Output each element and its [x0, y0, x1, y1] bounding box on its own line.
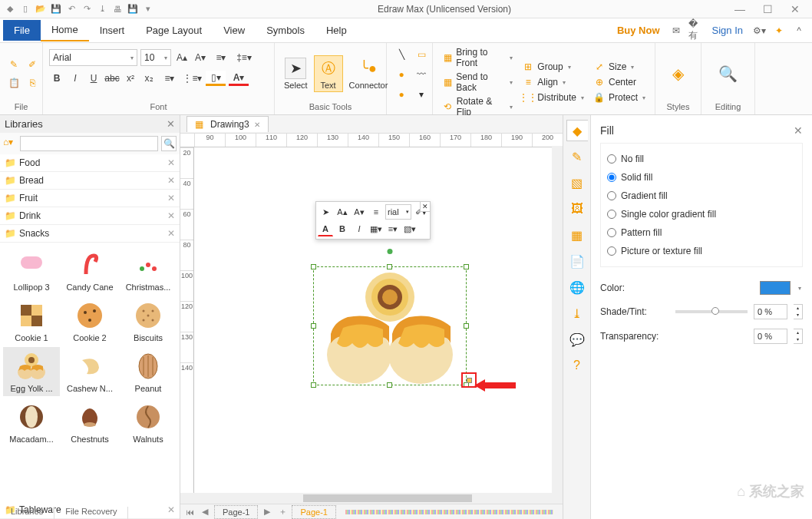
oval-shape-icon[interactable]: ●	[393, 86, 410, 103]
line-shape-icon[interactable]: ╲	[393, 46, 410, 63]
cat-drink[interactable]: 📁Drink✕	[0, 207, 180, 225]
canvas-page[interactable]: ✕ ➤ A▴ A▾ ≡ rial▾ ✐▾ A B I ▦▾ ≡▾	[194, 147, 552, 493]
buy-now-link[interactable]: Buy Now	[611, 25, 666, 36]
shade-value[interactable]: 0 %	[754, 304, 787, 319]
page-tab-1b[interactable]: Page-1	[292, 505, 335, 519]
cat-food[interactable]: 📁Food✕	[0, 154, 180, 172]
fill-close-icon[interactable]: ✕	[794, 124, 803, 137]
opt-picture-fill[interactable]: Picture or texture fill	[607, 242, 796, 260]
decrease-size-icon[interactable]: A▾	[193, 50, 208, 65]
numbering-icon[interactable]: ⋮≡▾	[183, 71, 203, 86]
styles-icon[interactable]: ◈	[672, 64, 684, 83]
export-icon[interactable]: ⤓	[95, 2, 109, 16]
qat-more-icon[interactable]: ▾	[141, 2, 155, 16]
bring-to-front[interactable]: ▦Bring to Front▾	[439, 46, 516, 69]
tab-line-icon[interactable]: ✎	[566, 146, 588, 167]
tab-web-icon[interactable]: 🌐	[566, 276, 588, 298]
distribute-btn[interactable]: ⋮⋮Distribute▾	[519, 91, 587, 104]
trans-spinner[interactable]: ▴▾	[794, 329, 803, 344]
handle-sw[interactable]	[311, 382, 316, 388]
tab-export-icon[interactable]: ⤓	[566, 302, 588, 324]
share-icon[interactable]: �有	[688, 23, 704, 38]
signin-link[interactable]: Sign In	[706, 25, 749, 36]
tab-fill-icon[interactable]: ◆	[566, 120, 588, 141]
file-menu[interactable]: File	[3, 20, 41, 41]
strike-icon[interactable]: abc	[104, 71, 120, 86]
copy-icon[interactable]: ⎘	[25, 75, 40, 91]
pt-next-icon[interactable]: ▶	[261, 507, 273, 517]
shape-biscuits[interactable]: Biscuits	[120, 296, 177, 345]
collapse-ribbon-icon[interactable]: ^	[791, 23, 807, 38]
tab-comment-icon[interactable]: 💬	[566, 329, 588, 350]
opt-gradient-fill[interactable]: Gradient fill	[607, 187, 796, 205]
underline-icon[interactable]: U	[86, 71, 101, 86]
ft-line-icon[interactable]: ≡▾	[385, 221, 401, 236]
more-shape-icon[interactable]: ▾	[413, 86, 430, 103]
align-icon[interactable]: ≡▾	[211, 50, 231, 65]
ft-bold-icon[interactable]: B	[335, 221, 350, 236]
center-btn[interactable]: ⊕Center	[590, 75, 649, 89]
italic-icon[interactable]: I	[68, 71, 83, 86]
opt-single-gradient[interactable]: Single color gradient fill	[607, 205, 796, 223]
shape-chestnuts[interactable]: Chestnuts	[61, 398, 118, 447]
cat-snacks[interactable]: 📁Snacks✕	[0, 225, 180, 243]
protect-btn[interactable]: 🔒Protect▾	[590, 91, 649, 104]
superscript-icon[interactable]: x²	[123, 71, 138, 86]
undo-icon[interactable]: ↶	[64, 2, 78, 16]
shade-slider[interactable]	[675, 310, 748, 313]
send-to-back[interactable]: ▦Send to Back▾	[439, 71, 516, 94]
document-tab[interactable]: ▦ Drawing3 ✕	[186, 116, 269, 132]
menu-page-layout[interactable]: Page Layout	[135, 20, 213, 41]
tab-layers-icon[interactable]: ▦	[566, 224, 588, 246]
new-icon[interactable]: ▯	[18, 2, 32, 16]
handle-w[interactable]	[311, 323, 316, 329]
cat-fruit[interactable]: 📁Fruit✕	[0, 190, 180, 207]
rect-shape-icon[interactable]: ▭	[413, 46, 430, 63]
ft-font-select[interactable]: rial▾	[385, 204, 411, 220]
float-close-icon[interactable]: ✕	[420, 201, 431, 212]
handle-ne[interactable]	[464, 264, 469, 269]
gear-icon[interactable]: ⚙▾	[751, 23, 767, 38]
shape-cashew[interactable]: Cashew N...	[61, 347, 118, 396]
ft-fill-icon[interactable]: ▦▾	[368, 221, 384, 236]
bottom-file-recovery[interactable]: File Recovery	[54, 507, 128, 519]
rotation-handle[interactable]	[388, 249, 393, 254]
trans-value[interactable]: 0 %	[754, 329, 787, 344]
opt-no-fill[interactable]: No fill	[607, 150, 796, 168]
handle-n[interactable]	[387, 264, 392, 269]
ft-pointer-icon[interactable]: ➤	[318, 204, 333, 220]
menu-view[interactable]: View	[213, 20, 256, 41]
minimize-button[interactable]: —	[731, 3, 749, 15]
menu-symbols[interactable]: Symbols	[256, 20, 315, 41]
close-tab-icon[interactable]: ✕	[254, 121, 260, 129]
cat-bread[interactable]: 📁Bread✕	[0, 172, 180, 190]
menu-help[interactable]: Help	[315, 20, 358, 41]
shape-cookie1[interactable]: Cookie 1	[3, 296, 60, 345]
increase-size-icon[interactable]: A▴	[174, 50, 190, 65]
redo-icon[interactable]: ↷	[80, 2, 94, 16]
circle-shape-icon[interactable]: ●	[393, 66, 410, 83]
menu-home[interactable]: Home	[41, 19, 89, 41]
select-tool[interactable]: ➤ Select	[281, 56, 311, 91]
bold-icon[interactable]: B	[49, 71, 64, 86]
opt-pattern-fill[interactable]: Pattern fill	[607, 223, 796, 242]
save2-icon[interactable]: 💾	[126, 2, 140, 16]
polyline-shape-icon[interactable]: 〰	[413, 66, 430, 83]
ft-italic-icon[interactable]: I	[352, 221, 367, 236]
save-icon[interactable]: 💾	[49, 2, 63, 16]
tab-help-icon[interactable]: ?	[566, 355, 588, 376]
bottom-libraries[interactable]: Libraries	[0, 507, 54, 519]
shape-eggyolk[interactable]: Egg Yolk ...	[3, 347, 60, 396]
font-color-icon[interactable]: A▾	[229, 71, 249, 86]
feedback-icon[interactable]: ✉	[668, 23, 684, 38]
app-color-icon[interactable]: ✦	[771, 23, 787, 38]
close-button[interactable]: ✕	[786, 3, 804, 15]
shade-spinner[interactable]: ▴▾	[794, 304, 803, 319]
font-size-select[interactable]: 10▾	[140, 49, 171, 66]
tab-shadow-icon[interactable]: ▧	[566, 172, 588, 193]
page-tab-1[interactable]: Page-1	[214, 505, 258, 519]
maximize-button[interactable]: ☐	[758, 3, 777, 15]
bullets-icon[interactable]: ≡▾	[160, 71, 180, 86]
tab-page-icon[interactable]: 📄	[566, 250, 588, 272]
size-btn[interactable]: ⤢Size▾	[590, 60, 649, 74]
